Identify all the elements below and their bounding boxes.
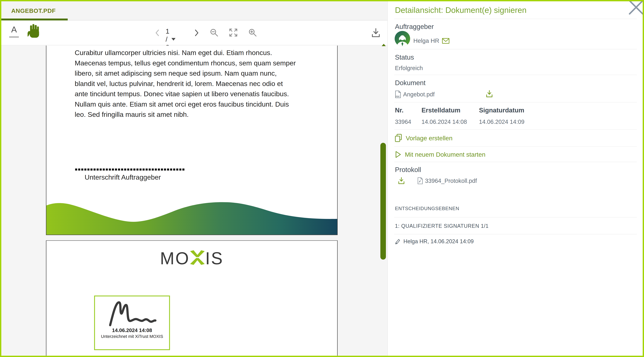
hand-icon[interactable] xyxy=(28,24,40,40)
person-name: Helga HR xyxy=(413,37,439,44)
moxis-x-icon xyxy=(190,250,205,265)
document-file-name: Angebot.pdf xyxy=(403,91,435,98)
moxis-logo: MO IS xyxy=(46,248,337,268)
pdf-scroll-area[interactable]: Curabitur ullamcorper ultricies nisi. Na… xyxy=(1,46,387,356)
meta-header-erstelldatum: Erstelldatum xyxy=(422,107,460,114)
pdf-viewer: ANGEBOT.PDF A 1 / 2 xyxy=(1,1,387,356)
viewer-toolbar: A 1 / 2 xyxy=(1,21,387,45)
fullscreen-icon[interactable] xyxy=(229,28,238,37)
pen-icon xyxy=(395,238,401,245)
download-icon[interactable] xyxy=(371,28,381,38)
signer-row: Helga HR, 14.06.2024 14:09 xyxy=(395,238,474,245)
next-page-icon[interactable] xyxy=(194,29,199,37)
divider xyxy=(394,19,637,19)
avatar xyxy=(395,31,410,47)
mit-neuem-dokument-starten-link[interactable]: Mit neuem Dokument starten xyxy=(395,151,486,158)
signature-dotted-line xyxy=(75,169,185,171)
meta-value-signaturdatum: 14.06.2024 14:09 xyxy=(479,119,524,125)
envelope-icon[interactable] xyxy=(442,38,450,44)
protokoll-heading: Protokoll xyxy=(395,166,421,174)
footer-wave-graphic xyxy=(46,202,337,235)
zoom-out-icon[interactable] xyxy=(210,28,218,37)
vorlage-erstellen-label: Vorlage erstellen xyxy=(406,135,452,142)
signature-level-label: 1: QUALIFIZIERTE SIGNATUREN 1/1 xyxy=(395,223,488,229)
panel-title: Detailansicht: Dokument(e) signieren xyxy=(395,6,526,15)
status-heading: Status xyxy=(395,53,414,61)
download-document-icon[interactable] xyxy=(485,90,494,99)
auftraggeber-heading: Auftraggeber xyxy=(395,23,434,31)
moxis-app-window: ANGEBOT.PDF A 1 / 2 xyxy=(0,0,644,357)
pdf-page-2: MO IS 14.06.2024 14:08 Unterzeichnet mit… xyxy=(46,240,338,356)
divider xyxy=(394,129,637,130)
logo-text-is: IS xyxy=(205,248,224,268)
vorlage-erstellen-link[interactable]: Vorlage erstellen xyxy=(395,134,452,142)
handwritten-signature xyxy=(106,296,158,327)
meta-header-nr: Nr. xyxy=(395,107,404,114)
dokument-heading: Dokument xyxy=(395,79,426,87)
mit-neuem-dokument-starten-label: Mit neuem Dokument starten xyxy=(405,151,486,158)
protokoll-file-name: 33964_Protokoll.pdf xyxy=(425,178,477,184)
signer-label: Helga HR, 14.06.2024 14:09 xyxy=(404,238,474,245)
pdf-page-1: Curabitur ullamcorper ultricies nisi. Na… xyxy=(46,46,338,235)
stamp-date: 14.06.2024 14:08 xyxy=(112,327,152,333)
logo-text-mo: MO xyxy=(160,248,190,268)
pdf-file-icon xyxy=(417,177,423,184)
copy-icon xyxy=(395,134,402,142)
divider xyxy=(394,162,637,162)
scrollbar-thumb[interactable] xyxy=(380,143,386,260)
stamp-caption: Unterzeichnet mit XiTrust MOXIS xyxy=(101,334,163,339)
divider xyxy=(394,75,637,75)
scrollbar-up-icon[interactable] xyxy=(382,44,386,46)
document-file-link[interactable]: PDF Angebot.pdf xyxy=(395,90,435,98)
divider xyxy=(394,234,637,234)
status-value: Erfolgreich xyxy=(395,65,423,71)
signature-line-label: Unterschrift Auftraggeber xyxy=(84,173,161,181)
text-select-underline xyxy=(9,36,19,38)
detail-panel: Detailansicht: Dokument(e) signieren Auf… xyxy=(387,1,643,356)
svg-text:PDF: PDF xyxy=(396,95,400,98)
zoom-controls xyxy=(210,28,257,37)
pdf-file-icon: PDF xyxy=(395,90,401,98)
entscheidungsebenen-heading: ENTSCHEIDUNGSEBENEN xyxy=(395,206,459,211)
auftraggeber-person: Helga HR xyxy=(413,37,450,44)
active-tab-underline xyxy=(1,19,68,21)
divider xyxy=(394,102,637,103)
meta-value-nr: 33964 xyxy=(395,119,411,125)
play-icon xyxy=(395,151,401,158)
text-select-icon[interactable]: A xyxy=(9,25,19,34)
download-protokoll-icon[interactable] xyxy=(397,177,406,185)
meta-header-signaturdatum: Signaturdatum xyxy=(479,107,524,114)
prev-page-icon[interactable] xyxy=(155,29,160,37)
signature-stamp: 14.06.2024 14:08 Unterzeichnet mit XiTru… xyxy=(94,295,170,350)
chevron-down-icon xyxy=(172,38,176,41)
divider xyxy=(394,217,637,217)
zoom-in-icon[interactable] xyxy=(248,28,257,37)
divider xyxy=(394,146,637,147)
tab-angebot-pdf[interactable]: ANGEBOT.PDF xyxy=(11,7,56,14)
pdf-paragraph: Curabitur ullamcorper ultricies nisi. Na… xyxy=(75,48,317,120)
close-icon[interactable] xyxy=(625,1,643,18)
meta-value-erstelldatum: 14.06.2024 14:08 xyxy=(422,119,467,125)
protokoll-file-link[interactable]: 33964_Protokoll.pdf xyxy=(417,177,477,184)
document-tab-bar: ANGEBOT.PDF xyxy=(1,1,387,21)
divider xyxy=(394,49,637,49)
